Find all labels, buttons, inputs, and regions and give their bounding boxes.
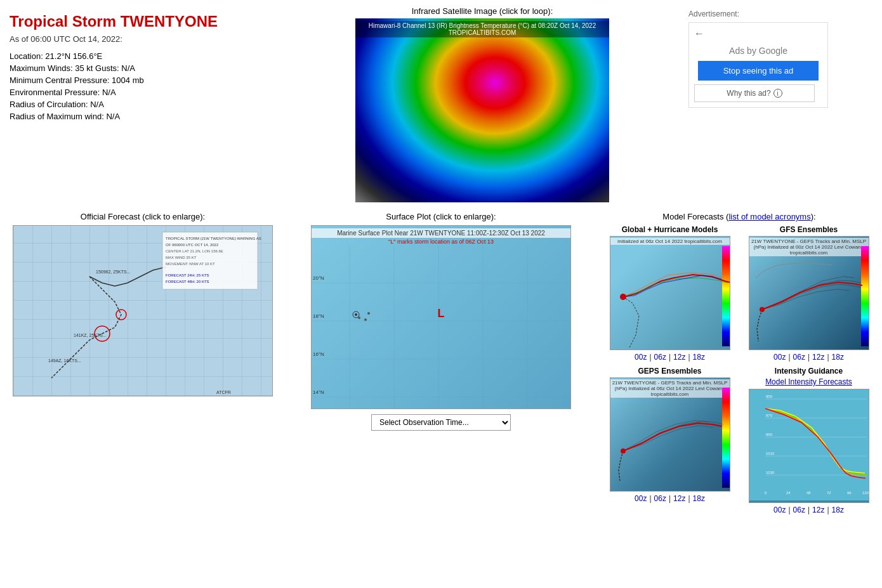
- model-title-prefix: Model Forecasts (: [662, 212, 728, 221]
- satellite-label: Himawari-8 Channel 13 (IR) Brightness Te…: [355, 21, 609, 37]
- global-sep2: |: [669, 353, 671, 362]
- svg-text:MOVEMENT: NNW AT 10 KT: MOVEMENT: NNW AT 10 KT: [166, 262, 215, 266]
- svg-text:TROPICAL STORM (21W TWENTYONE): TROPICAL STORM (21W TWENTYONE) WARNING A…: [166, 237, 261, 240]
- intensity-18z-link[interactable]: 18z: [832, 506, 844, 514]
- global-06z-link[interactable]: 06z: [654, 353, 666, 362]
- global-models-image[interactable]: Initialized at 06z Oct 14 2022 tropicalt…: [610, 236, 730, 350]
- svg-text:150962, 25KTS...: 150962, 25KTS...: [96, 270, 131, 274]
- geps-sep3: |: [688, 494, 690, 503]
- back-arrow-icon[interactable]: ←: [694, 28, 704, 39]
- svg-text:141KZ, 25KTS...: 141KZ, 25KTS...: [74, 333, 107, 337]
- geps-00z-link[interactable]: 00z: [635, 494, 647, 503]
- forecast-track-svg: TROPICAL STORM (21W TWENTYONE) WARNING A…: [13, 226, 272, 396]
- geps-sep2: |: [669, 494, 671, 503]
- svg-text:950: 950: [766, 395, 773, 398]
- svg-point-33: [355, 313, 357, 316]
- storm-details: Location: 21.2°N 156.6°E Maximum Winds: …: [10, 51, 273, 121]
- intensity-forecasts-link[interactable]: Model Intensity Forecasts: [765, 377, 852, 386]
- intensity-06z-link[interactable]: 06z: [793, 506, 805, 514]
- surface-plot-title[interactable]: Surface Plot (click to enlarge):: [386, 212, 496, 221]
- forecast-image[interactable]: TROPICAL STORM (21W TWENTYONE) WARNING A…: [13, 225, 273, 396]
- global-model-label: Initialized at 06z Oct 14 2022 tropicalt…: [610, 238, 730, 245]
- global-00z-link[interactable]: 00z: [635, 353, 647, 362]
- svg-text:120: 120: [862, 491, 869, 495]
- geps-models-image[interactable]: 21W TWENTYONE - GEPS Tracks and Min. MSL…: [610, 377, 730, 492]
- svg-text:16°N: 16°N: [313, 351, 324, 357]
- ad-title: Advertisement:: [688, 10, 872, 18]
- forecast-section: Official Forecast (click to enlarge):: [6, 212, 279, 514]
- ads-by-label: Ads by Google: [729, 46, 787, 56]
- gfs-models-image[interactable]: 21W TWENTYONE - GEFS Tracks and Min. MSL…: [749, 236, 869, 350]
- forecast-title[interactable]: Official Forecast (click to enlarge):: [81, 212, 205, 221]
- surface-plot-image[interactable]: Marine Surface Plot Near 21W TWENTYONE 1…: [311, 225, 571, 409]
- observation-time-select[interactable]: Select Observation Time... 00Z Oct 13 06…: [371, 414, 511, 431]
- gfs-model-svg: [749, 246, 869, 350]
- storm-l-marker: L: [438, 307, 445, 320]
- svg-text:18°N: 18°N: [313, 313, 324, 319]
- storm-env-pressure: Environmental Pressure: N/A: [10, 88, 273, 97]
- svg-text:149AZ, 16KTS...: 149AZ, 16KTS...: [48, 358, 81, 363]
- svg-point-34: [367, 312, 370, 315]
- gfs-06z-link[interactable]: 06z: [793, 353, 805, 362]
- why-ad-button[interactable]: Why this ad? i: [694, 84, 815, 102]
- gfs-12z-link[interactable]: 12z: [812, 353, 824, 362]
- model-forecasts-title: Model Forecasts (list of model acronyms)…: [603, 212, 876, 221]
- model-forecasts-section: Model Forecasts (list of model acronyms)…: [603, 212, 876, 514]
- global-12z-link[interactable]: 12z: [673, 353, 685, 362]
- svg-text:48: 48: [806, 491, 811, 495]
- gfs-sep3: |: [827, 353, 829, 362]
- intensity-sep3: |: [827, 506, 829, 514]
- svg-point-36: [364, 318, 367, 321]
- model-acronyms-link[interactable]: list of model acronyms: [728, 212, 810, 221]
- ad-container: ← Ads by Google Stop seeing this ad Why …: [688, 22, 828, 108]
- info-icon: i: [773, 89, 782, 98]
- geps-models-section: GEPS Ensembles 21W TWENTYONE - GEPS Trac…: [603, 367, 737, 514]
- intensity-sep2: |: [808, 506, 810, 514]
- svg-text:14°N: 14°N: [313, 389, 324, 395]
- model-grid: Global + Hurricane Models Initialized at…: [603, 225, 876, 514]
- bottom-row: Official Forecast (click to enlarge):: [6, 212, 876, 514]
- intensity-title: Intensity Guidance: [775, 367, 843, 376]
- gfs-00z-link[interactable]: 00z: [773, 353, 786, 362]
- global-sep1: |: [649, 353, 651, 362]
- geps-model-links: 00z | 06z | 12z | 18z: [635, 494, 705, 503]
- geps-sep1: |: [649, 494, 651, 503]
- gfs-sep2: |: [808, 353, 810, 362]
- svg-text:OF 060000 UTC OCT 14, 2022: OF 060000 UTC OCT 14, 2022: [166, 243, 219, 247]
- geps-18z-link[interactable]: 18z: [693, 494, 705, 503]
- storm-radius-max-wind: Radius of Maximum wind: N/A: [10, 112, 273, 121]
- observation-time-wrapper[interactable]: Select Observation Time... 00Z Oct 13 06…: [371, 414, 511, 431]
- global-models-section: Global + Hurricane Models Initialized at…: [603, 225, 737, 362]
- intensity-svg: 950 970 990 1010 1030 0 24 48 72 96: [749, 389, 869, 502]
- svg-text:1030: 1030: [766, 471, 775, 474]
- storm-max-winds: Maximum Winds: 35 kt Gusts: N/A: [10, 63, 273, 73]
- intensity-12z-link[interactable]: 12z: [812, 506, 824, 514]
- gfs-models-title: GFS Ensembles: [780, 225, 838, 234]
- geps-06z-link[interactable]: 06z: [654, 494, 666, 503]
- satellite-section: Infrared Satellite Image (click for loop…: [286, 6, 679, 202]
- geps-12z-link[interactable]: 12z: [673, 494, 685, 503]
- svg-point-37: [620, 294, 626, 300]
- gfs-18z-link[interactable]: 18z: [832, 353, 844, 362]
- svg-point-35: [358, 317, 360, 319]
- svg-text:970: 970: [766, 414, 773, 417]
- model-title-suffix: ):: [811, 212, 816, 221]
- surface-plot-section: Surface Plot (click to enlarge): Marine …: [286, 212, 596, 514]
- satellite-title[interactable]: Infrared Satellite Image (click for loop…: [412, 6, 553, 16]
- satellite-image[interactable]: Himawari-8 Channel 13 (IR) Brightness Te…: [355, 18, 609, 202]
- stop-ad-button[interactable]: Stop seeing this ad: [698, 61, 819, 81]
- global-18z-link[interactable]: 18z: [693, 353, 705, 362]
- ads-by-google: Ads by Google: [694, 46, 822, 56]
- intensity-00z-link[interactable]: 00z: [773, 506, 786, 514]
- intensity-sep1: |: [788, 506, 790, 514]
- global-model-links: 00z | 06z | 12z | 18z: [635, 353, 705, 362]
- intensity-model-links: 00z | 06z | 12z | 18z: [773, 506, 844, 514]
- svg-text:24: 24: [786, 491, 791, 495]
- intensity-image[interactable]: 950 970 990 1010 1030 0 24 48 72 96: [749, 389, 869, 503]
- svg-rect-40: [749, 389, 869, 500]
- svg-text:96: 96: [847, 491, 852, 495]
- gfs-sep1: |: [788, 353, 790, 362]
- svg-point-38: [760, 307, 765, 312]
- ad-section: Advertisement: ← Ads by Google Stop seei…: [685, 6, 876, 202]
- intensity-section: Intensity Guidance Model Intensity Forec…: [742, 367, 876, 514]
